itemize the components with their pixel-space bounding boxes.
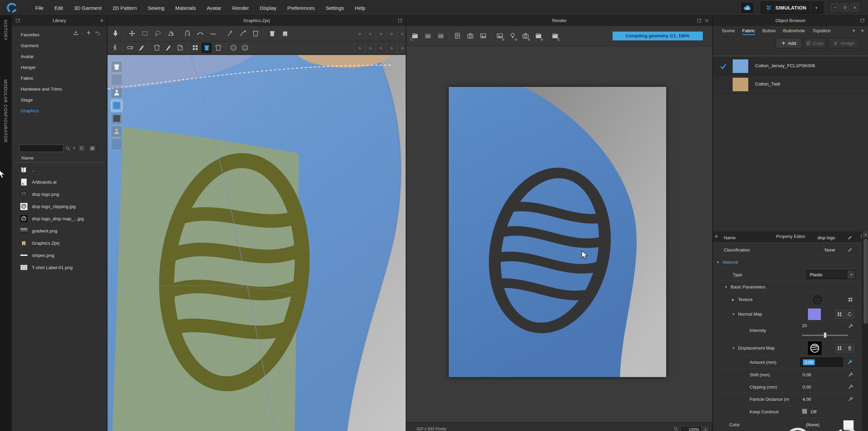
fabric-swatch[interactable]	[733, 78, 748, 91]
tab-topstitch[interactable]: Topstitch	[812, 27, 830, 35]
library-category-fabric[interactable]: Fabric	[12, 73, 108, 83]
flattening-tool-button[interactable]	[175, 43, 185, 53]
show-avatar-toggle[interactable]	[111, 87, 122, 98]
toolbar-overflow-button[interactable]: »	[388, 45, 395, 51]
minimize-button[interactable]	[831, 3, 839, 11]
mesh-surface-toggle[interactable]	[111, 113, 122, 124]
tab-buttonhole[interactable]: Buttonhole	[783, 27, 805, 35]
menu-settings[interactable]: Settings	[320, 5, 349, 11]
library-category-favorites[interactable]: Favorites	[12, 29, 108, 40]
toolbar-overflow-button[interactable]: »	[356, 45, 363, 51]
shift-value[interactable]: 0.00	[803, 372, 811, 377]
menu-sewing[interactable]: Sewing	[142, 5, 170, 11]
library-category-graphics[interactable]: Graphics	[12, 105, 108, 116]
camera-properties-button[interactable]	[520, 30, 531, 42]
classification-value[interactable]: None	[791, 247, 835, 252]
clipping-value[interactable]: 0.00	[803, 385, 811, 390]
property-editor-scrollbar[interactable]: ▲	[862, 231, 868, 431]
reverse-clone-tool-button[interactable]	[165, 28, 176, 39]
free-sewing-tool-button[interactable]	[194, 28, 206, 39]
menu-edit[interactable]: Edit	[49, 5, 69, 11]
menu-preferences[interactable]: Preferences	[282, 5, 320, 11]
select-lasso-tool-button[interactable]	[152, 28, 163, 39]
video-sequence-render-button[interactable]	[435, 30, 446, 42]
image-properties-button[interactable]	[494, 30, 505, 42]
fabric-swatch[interactable]	[733, 59, 748, 73]
avatar-tool-button[interactable]	[110, 43, 120, 53]
wrench-icon[interactable]	[848, 372, 854, 377]
normal-map-swatch[interactable]	[808, 308, 821, 320]
list-item[interactable]: Graphics.Zprj	[12, 237, 108, 249]
render-properties-button[interactable]	[549, 30, 561, 42]
show-pattern-toggle[interactable]	[111, 74, 122, 86]
list-item[interactable]: T-shirt Label-01.png	[12, 261, 108, 274]
list-item[interactable]: stripes.png	[12, 249, 108, 261]
list-item[interactable]: gradient.png	[12, 225, 108, 237]
normal-map-refresh-button[interactable]	[845, 310, 854, 319]
menu-3d-garment[interactable]: 3D Garment	[69, 5, 107, 11]
edit-tape-tool-button[interactable]	[136, 43, 147, 53]
snapshot-button[interactable]	[464, 30, 476, 42]
modular-configurator-tab[interactable]: MODULAR CONFIGURATOR	[3, 79, 8, 143]
toolbar-overflow-button[interactable]: »	[378, 45, 384, 51]
clo-set-cloud-button[interactable]	[740, 2, 754, 14]
normal-map-grid-button[interactable]	[835, 310, 844, 319]
dropdown-arrow-icon[interactable]: ▼	[848, 270, 855, 279]
toolbar-overflow-button[interactable]: »	[399, 45, 406, 51]
keep-continuity-checkbox[interactable]	[802, 409, 807, 414]
avatar-skin-toggle[interactable]	[111, 126, 122, 137]
name-value[interactable]: disp logo	[791, 235, 835, 240]
segment-sewing-tool-button[interactable]	[181, 28, 193, 39]
edit-pencil-icon[interactable]	[847, 235, 853, 240]
wrench-icon[interactable]	[848, 323, 854, 329]
library-category-stage[interactable]: Stage	[12, 94, 108, 105]
tab-scene[interactable]: Scene	[722, 27, 735, 35]
expand-arrow-icon[interactable]: ▶	[732, 298, 734, 301]
texture-grid-icon[interactable]	[846, 295, 855, 304]
toolbar-overflow-button[interactable]: »	[367, 45, 374, 51]
menu-file[interactable]: File	[30, 5, 49, 11]
light-properties-button[interactable]	[507, 30, 518, 42]
menu-render[interactable]: Render	[227, 5, 254, 11]
select-box-tool-button[interactable]	[139, 28, 151, 39]
collapse-panel-icon[interactable]	[99, 18, 104, 23]
tack-tool-button[interactable]	[237, 28, 248, 39]
toolbar-overflow-button[interactable]: »	[378, 31, 384, 36]
arrange-garment-button[interactable]	[266, 28, 278, 39]
render-queue-button[interactable]	[451, 30, 463, 42]
tack-on-avatar-tool-button[interactable]	[250, 28, 261, 39]
tabs-scroll-right-icon[interactable]: ▶	[862, 29, 864, 32]
scroll-up-button[interactable]: ▲	[863, 231, 868, 238]
library-category-avatar[interactable]: Avatar	[12, 51, 108, 62]
show-garment-toggle[interactable]	[111, 61, 122, 73]
edit-pencil-icon[interactable]	[847, 247, 853, 252]
basic-parameters-label[interactable]: Basic Parameters	[731, 284, 766, 289]
popup-panel-icon[interactable]	[398, 18, 403, 23]
image-viewer-button[interactable]	[477, 30, 489, 42]
texture-sphere-icon[interactable]	[812, 294, 823, 305]
final-render-button[interactable]	[422, 30, 433, 42]
list-item[interactable]: disp logo.png	[12, 188, 108, 200]
close-button[interactable]	[851, 3, 859, 11]
scene-3d-canvas[interactable]	[108, 55, 406, 431]
menu-2d-pattern[interactable]: 2D Pattern	[107, 5, 142, 11]
elastic-sewing-tool-button[interactable]	[207, 28, 219, 39]
toolbar-overflow-button[interactable]: »	[367, 31, 374, 36]
refresh-button[interactable]	[78, 145, 86, 152]
simulate-button[interactable]	[110, 28, 121, 39]
buttonhole-tool-button[interactable]	[240, 43, 250, 53]
fabric-row-cotton-twill[interactable]: Cotton_Twill	[713, 75, 868, 94]
arrange-vest-button[interactable]	[279, 28, 291, 39]
library-category-garment[interactable]: Garment	[12, 40, 108, 51]
amount-input[interactable]: 3.00	[801, 358, 843, 367]
menu-avatar[interactable]: Avatar	[201, 5, 227, 11]
simulation-dropdown-arrow[interactable]: ▼	[815, 6, 818, 10]
scrollbar-thumb[interactable]	[864, 239, 868, 324]
collapse-arrow-icon[interactable]: ▼	[732, 346, 735, 350]
displacement-grid-button[interactable]	[835, 344, 844, 353]
tab-fabric[interactable]: Fabric	[742, 27, 755, 35]
library-category-hardware-and-trims[interactable]: Hardware and Trims	[12, 83, 108, 94]
render-zoom-field[interactable]: 100%	[680, 426, 701, 431]
assign-button[interactable]: Assign	[828, 38, 860, 48]
tabs-scroll-left-icon[interactable]: ◀	[852, 29, 855, 32]
